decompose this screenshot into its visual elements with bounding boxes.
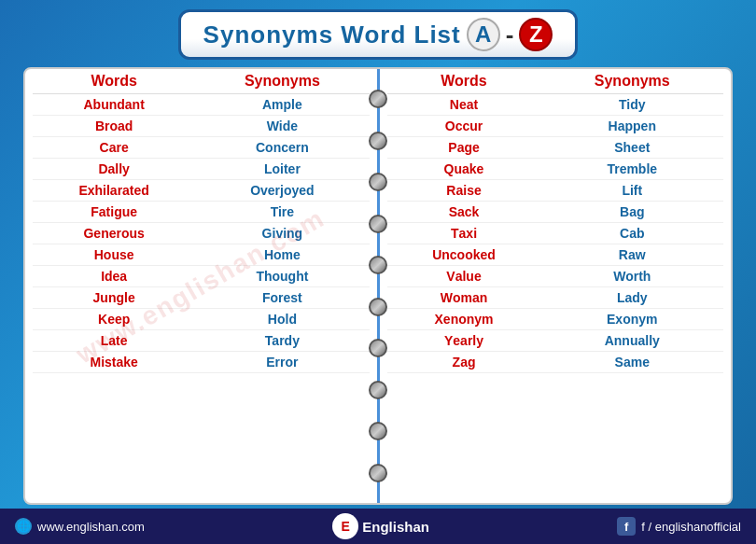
website-url: www.englishan.com (37, 520, 145, 534)
word-cell: Yearly (387, 330, 541, 352)
logo-text: Englishan (362, 519, 429, 535)
footer-right: f f / englishanofficial (617, 517, 741, 536)
synonym-cell: Tidy (541, 94, 723, 116)
word-cell: Xenonym (387, 309, 541, 330)
table-row: Raise Lift (387, 180, 724, 202)
word-cell: Occur (387, 116, 541, 137)
synonym-cell: Sheet (541, 137, 723, 159)
table-row: Zag Same (387, 352, 724, 373)
spiral-ring (369, 422, 387, 440)
word-cell: Zag (387, 352, 541, 373)
dash: - (506, 21, 514, 49)
table-row: Dally Loiter (33, 159, 370, 180)
left-table: Words Synonyms Abundant Ample Broad Wide… (33, 69, 370, 373)
word-cell: Jungle (33, 287, 195, 309)
word-cell: Page (387, 137, 541, 159)
left-words-header: Words (33, 69, 195, 94)
synonym-cell: Tire (195, 202, 369, 223)
table-row: Generous Giving (33, 223, 370, 244)
synonym-cell: Concern (195, 137, 369, 159)
table-row: Quake Tremble (387, 159, 724, 180)
word-cell: Exhilarated (33, 180, 195, 202)
table-row: Value Worth (387, 266, 724, 287)
word-cell: Late (33, 330, 195, 352)
spiral-ring (369, 256, 387, 274)
synonym-cell: Wide (195, 116, 369, 137)
synonym-cell: Forest (195, 287, 369, 309)
right-synonyms-header: Synonyms (541, 69, 723, 94)
footer-logo: E Englishan (332, 513, 429, 539)
table-row: Care Concern (33, 137, 370, 159)
synonym-cell: Loiter (195, 159, 369, 180)
synonym-cell: Happen (541, 116, 723, 137)
spiral-ring (369, 90, 387, 108)
table-row: Broad Wide (33, 116, 370, 137)
word-cell: Uncooked (387, 244, 541, 266)
word-cell: Fatigue (33, 202, 195, 223)
synonym-cell: Annually (541, 330, 723, 352)
word-cell: Value (387, 266, 541, 287)
table-row: Fatigue Tire (33, 202, 370, 223)
word-cell: Care (33, 137, 195, 159)
table-row: Neat Tidy (387, 94, 724, 116)
letter-z-badge: Z (519, 18, 553, 51)
table-row: Woman Lady (387, 287, 724, 309)
footer: 🌐 www.englishan.com E Englishan f f / en… (0, 509, 756, 544)
title-text: Synonyms Word List (203, 21, 461, 49)
facebook-icon: f (617, 517, 636, 536)
word-cell: Mistake (33, 352, 195, 373)
left-synonyms-header: Synonyms (195, 69, 369, 94)
spiral-ring (369, 464, 387, 482)
table-row: Sack Bag (387, 202, 724, 223)
synonym-cell: Tremble (541, 159, 723, 180)
table-row: Exhilarated Overjoyed (33, 180, 370, 202)
facebook-handle: f / englishanofficial (641, 520, 741, 534)
right-section: Words Synonyms Neat Tidy Occur Happen Pa… (380, 69, 732, 503)
globe-icon: 🌐 (15, 518, 32, 535)
notebook: www.englishan.com Words Synonyms Abundan… (23, 67, 733, 505)
synonym-cell: Lift (541, 180, 723, 202)
table-row: Occur Happen (387, 116, 724, 137)
table-row: Xenonym Exonym (387, 309, 724, 330)
word-cell: Quake (387, 159, 541, 180)
table-row: Jungle Forest (33, 287, 370, 309)
synonym-cell: Same (541, 352, 723, 373)
word-cell: Sack (387, 202, 541, 223)
word-cell: Raise (387, 180, 541, 202)
right-words-header: Words (387, 69, 541, 94)
spiral-ring (369, 298, 387, 316)
synonym-cell: Giving (195, 223, 369, 244)
synonym-cell: Raw (541, 244, 723, 266)
synonym-cell: Home (195, 244, 369, 266)
synonym-cell: Lady (541, 287, 723, 309)
letter-a-badge: A (467, 18, 500, 51)
synonym-cell: Thought (195, 266, 369, 287)
spiral-binding (367, 69, 389, 503)
table-row: Keep Hold (33, 309, 370, 330)
synonym-cell: Exonym (541, 309, 723, 330)
logo-circle: E (332, 513, 358, 539)
word-cell: House (33, 244, 195, 266)
word-cell: Broad (33, 116, 195, 137)
word-cell: Taxi (387, 223, 541, 244)
synonym-cell: Bag (541, 202, 723, 223)
word-cell: Idea (33, 266, 195, 287)
word-cell: Neat (387, 94, 541, 116)
spiral-ring (369, 215, 387, 233)
left-section: www.englishan.com Words Synonyms Abundan… (25, 69, 380, 503)
synonym-cell: Ample (195, 94, 369, 116)
table-row: Page Sheet (387, 137, 724, 159)
table-row: Late Tardy (33, 330, 370, 352)
page-header: Synonyms Word List A - Z (0, 0, 756, 67)
spiral-ring (369, 132, 387, 150)
synonym-cell: Hold (195, 309, 369, 330)
table-row: Taxi Cab (387, 223, 724, 244)
word-cell: Dally (33, 159, 195, 180)
word-cell: Abundant (33, 94, 195, 116)
word-cell: Generous (33, 223, 195, 244)
spiral-ring (369, 381, 387, 399)
spiral-ring (369, 173, 387, 191)
footer-left: 🌐 www.englishan.com (15, 518, 145, 535)
table-row: Uncooked Raw (387, 244, 724, 266)
word-cell: Woman (387, 287, 541, 309)
